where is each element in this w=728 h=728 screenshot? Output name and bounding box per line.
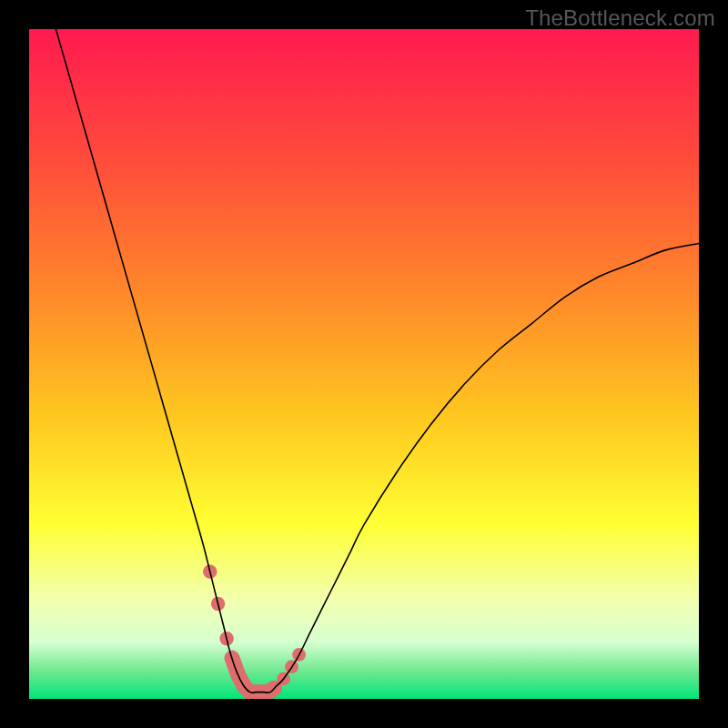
- watermark-text: TheBottleneck.com: [525, 5, 715, 31]
- gradient-background: [29, 29, 699, 699]
- chart-root: TheBottleneck.com: [0, 0, 728, 728]
- chart-svg: [29, 29, 699, 699]
- plot-area: [29, 29, 699, 699]
